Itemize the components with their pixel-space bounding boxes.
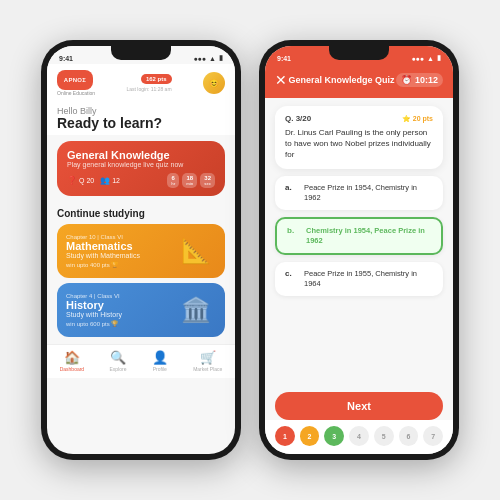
explore-icon: 🔍 (110, 350, 126, 365)
history-points: win upto 600 pts 🏆 (66, 320, 122, 327)
quiz-progress: 1 2 3 4 5 6 7 (265, 420, 453, 454)
quiz-body: Q. 3/20 ⭐ 20 pts Dr. Linus Carl Pauling … (265, 98, 453, 392)
gk-questions: ❓ Q 20 (67, 176, 94, 185)
greeting-main: Ready to learn? (57, 116, 225, 131)
progress-dot-2[interactable]: 2 (300, 426, 320, 446)
status-time-1: 9:41 (59, 55, 73, 62)
progress-dot-6[interactable]: 6 (399, 426, 419, 446)
nav-dashboard[interactable]: 🏠 Dashboard (60, 350, 84, 372)
gk-player-count: 12 (112, 177, 120, 184)
nav-explore-label: Explore (109, 366, 126, 372)
last-login: Last login: 11:28 am (127, 86, 172, 92)
nav-marketplace-label: Market Place (193, 366, 222, 372)
signal-icon: ●●● (193, 55, 206, 62)
greeting-section: Hello Billy Ready to learn? (47, 100, 235, 135)
time-badges: 6 hr 18 min 32 sec (167, 173, 215, 188)
option-a[interactable]: a. Peace Prize in 1954, Chemistry in 196… (275, 176, 443, 210)
option-b-text: Chemistry in 1954, Peace Prize in 1962 (306, 226, 431, 246)
avatar: 😊 (203, 72, 225, 94)
logo-text: ΑΡΝΟΣ (64, 77, 86, 83)
history-action: Study with History (66, 311, 122, 318)
timer-value: 10:12 (415, 75, 438, 85)
phone-1: 9:41 ●●● ▲ ▮ ΑΡΝΟΣ Online Education 162 … (41, 40, 241, 460)
option-a-text: Peace Prize in 1954, Chemistry in 1962 (304, 183, 433, 203)
question-text: Dr. Linus Carl Pauling is the only perso… (285, 127, 433, 161)
points-badge: 162 pts (141, 74, 172, 84)
time-badge-sec: 32 sec (200, 173, 215, 188)
nav-marketplace[interactable]: 🛒 Market Place (193, 350, 222, 372)
time-badge-min: 18 min (182, 173, 197, 188)
history-title: History (66, 299, 122, 311)
wifi-icon: ▲ (209, 55, 216, 62)
continue-title: Continue studying (57, 208, 225, 219)
player-icon: 👥 (100, 176, 110, 185)
progress-dot-7[interactable]: 7 (423, 426, 443, 446)
status-icons-1: ●●● ▲ ▮ (193, 54, 223, 62)
gk-players: 👥 12 (100, 176, 120, 185)
question-number: Q. 3/20 (285, 114, 311, 123)
notch (111, 46, 171, 60)
time-badge-hr: 6 hr (167, 173, 179, 188)
history-card[interactable]: Chapter 4 | Class VI History Study with … (57, 283, 225, 337)
option-c[interactable]: c. Peace Prize in 1955, Chemistry in 196… (275, 262, 443, 296)
signal-icon-2: ●●● (411, 55, 424, 62)
dashboard-icon: 🏠 (64, 350, 80, 365)
time-sec-label: sec (204, 181, 211, 186)
gk-subtitle: Play general knowledge live quiz now (67, 161, 215, 168)
question-card: Q. 3/20 ⭐ 20 pts Dr. Linus Carl Pauling … (275, 106, 443, 169)
nav-explore[interactable]: 🔍 Explore (109, 350, 126, 372)
star-icon: ⭐ (402, 115, 411, 123)
math-icon: 📐 (176, 231, 216, 271)
screen-2: 9:41 ●●● ▲ ▮ ✕ General Knowledge Quiz ⏰ … (265, 46, 453, 454)
logo-area: ΑΡΝΟΣ Online Education (57, 70, 95, 96)
nav-profile[interactable]: 👤 Profile (152, 350, 168, 372)
option-b-label: b. (287, 226, 299, 235)
time-min-label: min (186, 181, 193, 186)
question-meta: Q. 3/20 ⭐ 20 pts (285, 114, 433, 123)
option-c-label: c. (285, 269, 297, 278)
math-title: Mathematics (66, 240, 140, 252)
nav-profile-label: Profile (153, 366, 167, 372)
history-card-info: Chapter 4 | Class VI History Study with … (66, 293, 122, 327)
history-icon: 🏛️ (176, 290, 216, 330)
battery-icon-2: ▮ (437, 54, 441, 62)
phone-2: 9:41 ●●● ▲ ▮ ✕ General Knowledge Quiz ⏰ … (259, 40, 459, 460)
status-icons-2: ●●● ▲ ▮ (411, 54, 441, 62)
screen-1: 9:41 ●●● ▲ ▮ ΑΡΝΟΣ Online Education 162 … (47, 46, 235, 454)
gk-card[interactable]: General Knowledge Play general knowledge… (57, 141, 225, 196)
close-button[interactable]: ✕ (275, 72, 287, 88)
progress-dot-1[interactable]: 1 (275, 426, 295, 446)
bottom-nav: 🏠 Dashboard 🔍 Explore 👤 Profile 🛒 Market… (47, 344, 235, 378)
progress-dot-5[interactable]: 5 (374, 426, 394, 446)
quiz-timer: ⏰ 10:12 (396, 73, 443, 87)
points-value: 20 pts (413, 115, 433, 122)
math-card[interactable]: Chapter 10 | Class VI Mathematics Study … (57, 224, 225, 278)
option-c-text: Peace Prize in 1955, Chemistry in 1964 (304, 269, 433, 289)
continue-section: Continue studying Chapter 10 | Class VI … (47, 202, 235, 344)
time-hr-label: hr (171, 181, 175, 186)
notch-2 (329, 46, 389, 60)
gk-title: General Knowledge (67, 149, 215, 161)
next-button[interactable]: Next (275, 392, 443, 420)
nav-dashboard-label: Dashboard (60, 366, 84, 372)
math-card-info: Chapter 10 | Class VI Mathematics Study … (66, 234, 140, 268)
timer-icon: ⏰ (401, 75, 412, 85)
logo-icon: ΑΡΝΟΣ (57, 70, 93, 90)
status-time-2: 9:41 (277, 55, 291, 62)
math-action: Study with Mathematics (66, 252, 140, 259)
app-header: ΑΡΝΟΣ Online Education 162 pts Last logi… (47, 64, 235, 100)
question-icon: ❓ (67, 176, 77, 185)
question-points: ⭐ 20 pts (402, 115, 433, 123)
progress-dot-3[interactable]: 3 (324, 426, 344, 446)
battery-icon: ▮ (219, 54, 223, 62)
quiz-header: ✕ General Knowledge Quiz ⏰ 10:12 (265, 64, 453, 98)
profile-icon: 👤 (152, 350, 168, 365)
gk-stats: ❓ Q 20 👥 12 6 hr 18 min (67, 173, 215, 188)
math-points: win upto 400 pts 🏆 (66, 261, 140, 268)
logo-tagline: Online Education (57, 90, 95, 96)
progress-dot-4[interactable]: 4 (349, 426, 369, 446)
marketplace-icon: 🛒 (200, 350, 216, 365)
option-a-label: a. (285, 183, 297, 192)
quiz-title: General Knowledge Quiz (288, 75, 394, 86)
option-b[interactable]: b. Chemistry in 1954, Peace Prize in 196… (275, 217, 443, 255)
